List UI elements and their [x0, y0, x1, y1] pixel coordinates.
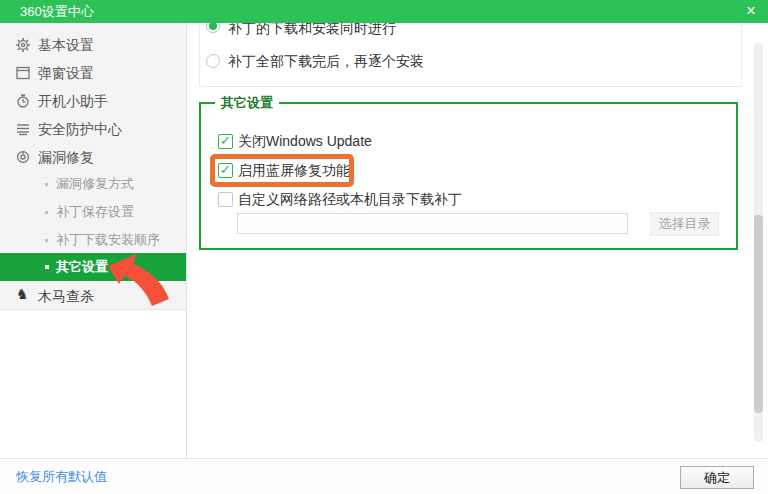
target-icon	[16, 150, 30, 164]
settings-window: 360设置中心 × 基本设置 弹窗设置 开机小助手	[0, 0, 768, 494]
sidebar: 基本设置 弹窗设置 开机小助手 安全防护中心 漏洞修复	[0, 23, 186, 458]
bullet-icon	[45, 239, 48, 242]
checkbox-label[interactable]: 关闭Windows Update	[238, 133, 372, 149]
main-content: 补丁的下载和安装同时进行 补丁全部下载完后，再逐个安装 其它设置 ✓ 关闭Win…	[187, 23, 768, 458]
bullet-icon	[45, 265, 49, 269]
scrollbar-thumb[interactable]	[754, 215, 763, 413]
sidebar-item-security-center[interactable]: 安全防护中心	[0, 115, 186, 143]
check-icon: ✓	[220, 133, 231, 148]
radio-label[interactable]: 补丁全部下载完后，再逐个安装	[228, 53, 424, 69]
window-title: 360设置中心	[20, 0, 94, 23]
sidebar-item-label: 基本设置	[38, 31, 94, 59]
horse-icon: ♞	[16, 287, 30, 301]
sidebar-item-label: 漏洞修复	[38, 143, 94, 171]
gear-icon	[16, 38, 30, 52]
sidebar-item-vuln-repair[interactable]: 漏洞修复	[0, 143, 186, 171]
radio-label[interactable]: 补丁的下载和安装同时进行	[228, 23, 396, 36]
patch-path-input[interactable]	[237, 213, 628, 234]
timer-icon	[16, 94, 30, 108]
sidebar-item-trojan-scan[interactable]: ♞ 木马查杀	[0, 282, 186, 310]
sidebar-subitem-label: 补丁下载安装顺序	[56, 226, 160, 254]
sidebar-subitem-label: 补丁保存设置	[56, 198, 134, 226]
sidebar-item-popup-settings[interactable]: 弹窗设置	[0, 59, 186, 87]
radio-install-after-all-downloaded[interactable]	[206, 54, 220, 68]
checkbox-custom-patch-path[interactable]	[218, 192, 233, 207]
checkbox-disable-windows-update[interactable]: ✓	[218, 134, 233, 149]
sidebar-subitem-other-settings[interactable]: 其它设置	[0, 253, 186, 281]
groupbox-legend: 其它设置	[215, 94, 279, 112]
sidebar-subitem-label: 漏洞修复方式	[56, 170, 134, 198]
bullet-icon	[45, 183, 48, 186]
sidebar-item-boot-assistant[interactable]: 开机小助手	[0, 87, 186, 115]
restore-defaults-link[interactable]: 恢复所有默认值	[16, 459, 107, 494]
bullet-icon	[45, 211, 48, 214]
sidebar-subitem-patch-save[interactable]: 补丁保存设置	[0, 198, 186, 226]
shield-lines-icon	[16, 122, 30, 136]
choose-directory-button[interactable]: 选择目录	[650, 212, 719, 236]
sidebar-item-label: 弹窗设置	[38, 59, 94, 87]
ok-button[interactable]: 确定	[680, 466, 754, 489]
sidebar-subitem-label: 其它设置	[56, 253, 108, 281]
sidebar-item-label: 开机小助手	[38, 87, 108, 115]
window-icon	[16, 66, 30, 80]
checkbox-enable-bluescreen-repair[interactable]: ✓	[218, 163, 233, 178]
sidebar-item-label: 木马查杀	[38, 282, 94, 310]
checkbox-label[interactable]: 启用蓝屏修复功能	[238, 162, 350, 178]
sidebar-subitem-repair-mode[interactable]: 漏洞修复方式	[0, 170, 186, 198]
check-icon: ✓	[220, 162, 231, 177]
sidebar-item-basic-settings[interactable]: 基本设置	[0, 31, 186, 59]
sidebar-subitem-download-order[interactable]: 补丁下载安装顺序	[0, 226, 186, 254]
close-icon[interactable]: ×	[740, 0, 762, 23]
sidebar-item-label: 安全防护中心	[38, 115, 122, 143]
checkbox-label[interactable]: 自定义网络路径或本机目录下载补丁	[238, 191, 462, 207]
titlebar: 360设置中心 ×	[0, 0, 768, 23]
footer-bar: 恢复所有默认值 确定	[0, 458, 768, 494]
